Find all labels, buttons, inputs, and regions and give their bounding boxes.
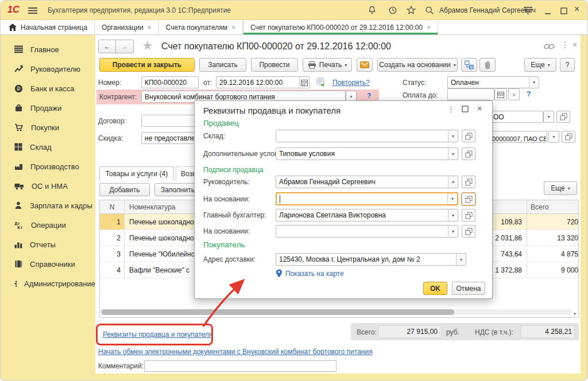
- manager-open-button[interactable]: [462, 176, 475, 188]
- post-button[interactable]: Провести: [251, 58, 298, 72]
- attachments-button[interactable]: [479, 58, 496, 72]
- bank-account-open-button[interactable]: [562, 131, 575, 143]
- basis1-open-button[interactable]: [462, 193, 475, 205]
- cancel-button[interactable]: Отмена: [452, 282, 485, 295]
- more-button[interactable]: Еще ▾: [524, 58, 556, 72]
- ok-button[interactable]: OK: [423, 282, 447, 295]
- main-menu-icon[interactable]: [28, 6, 37, 17]
- pay-until-help-icon[interactable]: ?: [527, 90, 531, 98]
- sidebar-item-spravochniki[interactable]: Справочники: [1, 254, 95, 274]
- conditions-open-button[interactable]: [462, 147, 475, 160]
- minimize-button[interactable]: [543, 6, 553, 18]
- dialog-close-icon[interactable]: ×: [477, 103, 482, 113]
- status-select[interactable]: Оплачен ▾: [447, 76, 539, 88]
- warehouse-field[interactable]: ▾: [276, 130, 458, 142]
- number-field[interactable]: КП00-000020: [141, 76, 199, 88]
- accountant-open-button[interactable]: [462, 209, 475, 221]
- requisites-link[interactable]: Реквизиты продавца и покупателя: [103, 331, 212, 339]
- basis1-field-focused[interactable]: ▾: [276, 192, 458, 205]
- tab-home[interactable]: Начальная страница: [1, 20, 95, 34]
- sidebar-item-pokupki[interactable]: Покупки: [1, 118, 95, 137]
- recurrence-icon[interactable]: [316, 77, 326, 89]
- horizontal-scrollbar-track[interactable]: [101, 309, 572, 315]
- sidebar-item-operacii[interactable]: ДтКт Операции: [1, 215, 95, 235]
- warehouse-open-button[interactable]: [462, 130, 475, 142]
- tab-close-icon[interactable]: ×: [231, 24, 235, 32]
- create-based-on-button[interactable]: Создать на основании ▾: [377, 58, 458, 72]
- pay-until-calendar-button[interactable]: [494, 88, 507, 100]
- bank-account-dropdown-button[interactable]: ▾: [548, 131, 559, 143]
- get-link-icon[interactable]: [544, 42, 555, 53]
- sidebar-item-sklad[interactable]: Склад: [1, 137, 95, 157]
- tab-goods-services[interactable]: Товары и услуги (4): [99, 166, 174, 181]
- document-structure-button[interactable]: [461, 58, 477, 72]
- dropdown-icon[interactable]: ▾: [448, 130, 458, 142]
- notifications-bell-icon[interactable]: [367, 5, 377, 18]
- dialog-more-dots-icon[interactable]: ⋮: [447, 105, 455, 114]
- sidebar-item-rukovoditelyu[interactable]: Руководителю: [1, 59, 95, 79]
- address-field[interactable]: 125430, Москва г, Центральная ул, дом № …: [276, 253, 466, 266]
- pay-until-clear-button[interactable]: ×: [508, 88, 520, 100]
- dropdown-icon[interactable]: ▾: [456, 254, 466, 265]
- tab-label: Счета покупателям: [166, 24, 227, 32]
- close-window-button[interactable]: ×: [574, 4, 579, 14]
- sidebar-item-glavnoe[interactable]: Главное: [1, 40, 95, 59]
- dropdown-icon[interactable]: ▾: [529, 77, 539, 88]
- favorites-star-icon[interactable]: [406, 5, 416, 18]
- more-dots-icon[interactable]: ⋮: [561, 40, 569, 49]
- tab-customer-invoices[interactable]: Счета покупателям ×: [159, 20, 243, 34]
- edi-exchange-link[interactable]: Начать обмен электронными документами с …: [98, 348, 373, 356]
- basis2-open-button[interactable]: [462, 225, 475, 238]
- help-button[interactable]: ?: [560, 58, 575, 72]
- col-header-n[interactable]: N: [100, 200, 125, 213]
- manager-field[interactable]: Абрамов Геннадий Сергеевич ▾: [276, 176, 458, 188]
- basis2-field[interactable]: ▾: [276, 225, 458, 238]
- dropdown-icon[interactable]: ▾: [448, 176, 458, 188]
- comment-field[interactable]: [144, 360, 336, 372]
- pay-until-field[interactable]: [447, 88, 494, 100]
- save-button[interactable]: Записать: [199, 58, 246, 72]
- current-user[interactable]: Абрамов Геннадий Сергеевич: [439, 6, 536, 14]
- tab-invoice-document[interactable]: Счет покупателю КП00-000020 от 29.12.201…: [243, 20, 438, 34]
- maximize-button[interactable]: [559, 6, 569, 18]
- horizontal-scrollbar-thumb[interactable]: [101, 309, 454, 315]
- history-icon[interactable]: [388, 5, 398, 18]
- col-header-total[interactable]: Всего: [527, 200, 578, 213]
- tab-close-icon[interactable]: ×: [148, 24, 152, 32]
- forward-button[interactable]: →: [116, 40, 134, 53]
- add-row-button[interactable]: Добавить: [99, 183, 150, 196]
- sidebar-item-bank-kassa[interactable]: ₽ Банк и касса: [1, 79, 95, 98]
- dropdown-icon[interactable]: ▾: [448, 209, 458, 221]
- sidebar-item-prodazhi[interactable]: Продажи: [1, 98, 95, 118]
- back-button[interactable]: ←: [98, 40, 116, 53]
- accountant-field[interactable]: Ларионова Светлана Викторовна ▾: [276, 209, 458, 221]
- dialog-maximize-icon[interactable]: [461, 105, 469, 115]
- email-button[interactable]: [357, 58, 373, 72]
- organization-dropdown-button[interactable]: ▾: [543, 111, 554, 123]
- service-menu-icon[interactable]: [523, 6, 533, 18]
- print-button[interactable]: Печать ▾: [303, 58, 352, 72]
- dropdown-icon[interactable]: ▾: [448, 226, 458, 237]
- show-on-map-link[interactable]: Показать на карте: [285, 270, 344, 278]
- counterparty-help-icon[interactable]: ?: [367, 92, 371, 100]
- dropdown-icon[interactable]: ▾: [447, 193, 457, 204]
- sidebar-item-otchety[interactable]: Отчеты: [1, 235, 95, 254]
- organization-open-button[interactable]: [556, 111, 570, 123]
- date-field[interactable]: 29.12.2016 12:00:00: [216, 76, 310, 88]
- favorite-star-icon[interactable]: ★: [142, 38, 153, 53]
- close-document-icon[interactable]: ×: [572, 40, 577, 49]
- tab-close-icon[interactable]: ×: [427, 24, 431, 32]
- tab-organizations[interactable]: Организации ×: [95, 20, 159, 34]
- repeat-link[interactable]: Повторять?: [332, 79, 370, 87]
- sidebar-item-proizvodstvo[interactable]: Производство: [1, 157, 95, 176]
- search-icon[interactable]: [424, 5, 435, 18]
- dropdown-icon[interactable]: ▾: [448, 148, 458, 160]
- post-and-close-button[interactable]: Провести и закрыть: [99, 58, 195, 72]
- sidebar-item-zarplata[interactable]: Зарплата и кадры: [1, 196, 95, 215]
- scroll-right-arrow[interactable]: ▸: [574, 310, 577, 316]
- sidebar-item-administrirovanie[interactable]: Администрирование: [1, 274, 95, 293]
- calendar-picker-button[interactable]: [299, 77, 309, 88]
- conditions-field[interactable]: Типовые условия ▾: [276, 147, 458, 160]
- table-more-button[interactable]: Еще ▾: [544, 181, 577, 195]
- sidebar-item-os-nma[interactable]: ОС и НМА: [1, 176, 95, 196]
